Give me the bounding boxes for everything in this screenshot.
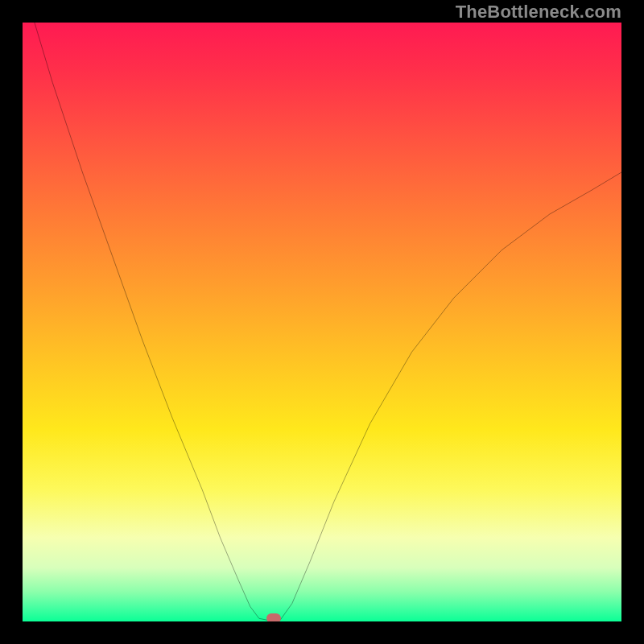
watermark-text: TheBottleneck.com	[456, 2, 621, 23]
optimal-point-marker	[266, 613, 281, 621]
chart-frame: TheBottleneck.com	[0, 0, 644, 644]
bottleneck-curve	[23, 23, 621, 621]
plot-area	[23, 23, 621, 621]
